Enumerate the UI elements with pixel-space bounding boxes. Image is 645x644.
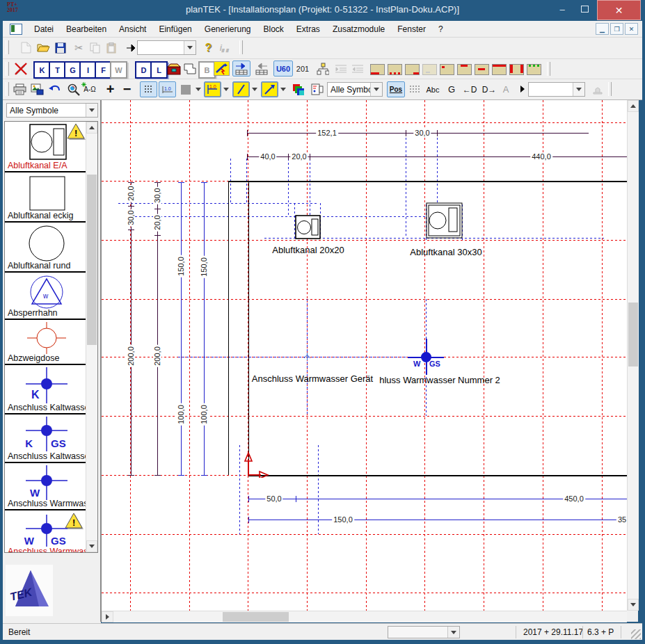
layers-button[interactable] bbox=[290, 81, 306, 97]
close-button[interactable]: ✕ bbox=[597, 0, 641, 20]
canvas-vertical-scrollbar[interactable] bbox=[627, 100, 639, 611]
contour-button[interactable] bbox=[182, 61, 198, 77]
app-icon[interactable]: PT+ 2017 bbox=[7, 2, 25, 19]
flow-arrow-button[interactable] bbox=[515, 81, 526, 97]
list-item-abluftkanal-rund[interactable]: Abluftkanal rund bbox=[5, 224, 86, 273]
zoom-in-button[interactable]: + bbox=[102, 81, 118, 97]
canvas-insert-marker[interactable] bbox=[303, 352, 312, 361]
list-item-anschluss-kaltwasser-g[interactable]: K GS Anschluss Kaltwasser G bbox=[5, 416, 86, 463]
table-in-button[interactable] bbox=[232, 61, 250, 77]
zoom-button[interactable] bbox=[65, 81, 81, 97]
toolbar-grip[interactable] bbox=[6, 82, 9, 96]
run-arrow-button[interactable] bbox=[122, 40, 138, 56]
catalog-button[interactable] bbox=[166, 61, 182, 77]
canvas-hscroll-thumb[interactable] bbox=[223, 612, 289, 622]
delete-symbol-button[interactable] bbox=[13, 61, 29, 77]
copy-button[interactable] bbox=[87, 40, 103, 56]
dim-pos-left-tall-icon[interactable] bbox=[509, 64, 524, 75]
status-combobox-dropdown[interactable] bbox=[447, 627, 459, 638]
a-button[interactable]: A bbox=[500, 81, 512, 97]
mdi-document-icon[interactable] bbox=[10, 24, 22, 35]
status-combobox[interactable] bbox=[388, 626, 460, 638]
list-item-abzweigdose[interactable]: Abzweigdose bbox=[5, 321, 86, 365]
list-item-absperrhahn[interactable]: w Absperrhahn bbox=[5, 274, 86, 320]
symbol-filter-dropdown[interactable] bbox=[86, 104, 97, 117]
symbol-filter-combobox[interactable]: Alle Symbole bbox=[6, 103, 98, 118]
d-in-button[interactable]: ←D bbox=[461, 81, 479, 97]
canvas-vscroll-thumb[interactable] bbox=[628, 303, 638, 367]
menu-bearbeiten[interactable]: Bearbeiten bbox=[60, 22, 113, 36]
resize-grip[interactable] bbox=[631, 629, 641, 639]
mdi-close-button[interactable]: ✕ bbox=[625, 23, 638, 35]
standard-combobox[interactable] bbox=[137, 40, 196, 55]
cut-button[interactable]: ✂ bbox=[71, 40, 87, 56]
drawing-canvas[interactable]: 152,1 30,0 40,0 20,0 440,0 20,0 30,0 200… bbox=[102, 100, 627, 611]
outdent-button[interactable] bbox=[350, 61, 366, 77]
g-button[interactable]: G bbox=[445, 81, 458, 97]
list-item-abluftkanal-ea[interactable]: ! Abluftkanal E/A bbox=[5, 122, 86, 172]
info-button[interactable]: i▖▖ bbox=[217, 40, 233, 56]
dim-pos-points-icon[interactable] bbox=[527, 64, 541, 75]
dim-pos-top-icon[interactable] bbox=[457, 64, 472, 75]
indent-in-button[interactable] bbox=[333, 61, 349, 77]
list-item-anschluss-warmwasser[interactable]: W Anschluss Warmwasser bbox=[5, 465, 86, 510]
dim-pos-middle-icon[interactable] bbox=[475, 64, 489, 75]
u60-button[interactable]: U60 bbox=[273, 61, 293, 77]
export-image-button[interactable] bbox=[29, 81, 45, 97]
arrow-tool-button[interactable] bbox=[261, 81, 278, 97]
rename-aomega-button[interactable]: A-Ω bbox=[81, 81, 99, 97]
title-bar[interactable]: PT+ 2017 planTEK - [Installationsplan (P… bbox=[0, 0, 645, 21]
maximize-button[interactable] bbox=[574, 1, 595, 17]
dim-pos-right-icon[interactable] bbox=[405, 64, 420, 75]
view-combobox[interactable] bbox=[528, 82, 585, 97]
menu-zusatzmodule[interactable]: Zusatzmodule bbox=[326, 22, 391, 36]
zoom-out-button[interactable]: − bbox=[119, 81, 135, 97]
module-w-button[interactable]: W bbox=[110, 61, 127, 79]
new-file-button[interactable] bbox=[18, 40, 34, 56]
print-button[interactable] bbox=[12, 81, 28, 97]
plan-window-button[interactable] bbox=[309, 81, 325, 97]
toolbar-grip[interactable] bbox=[6, 62, 9, 76]
scrollbar-thumb[interactable] bbox=[87, 175, 97, 345]
scroll-up-button[interactable] bbox=[86, 122, 97, 134]
dim-pos-small-icon[interactable] bbox=[440, 64, 454, 75]
color-swatch-dropdown[interactable] bbox=[193, 81, 202, 97]
line-tool-button[interactable] bbox=[232, 81, 250, 97]
abc-text-button[interactable]: Abc bbox=[424, 81, 442, 97]
flash-tool-button[interactable] bbox=[214, 61, 230, 77]
arrow-tool-dropdown[interactable] bbox=[278, 81, 287, 97]
menu-extras[interactable]: Extras bbox=[290, 22, 326, 36]
list-item-abluftkanal-eckig[interactable]: Abluftkanal eckig bbox=[5, 174, 86, 223]
menu-fenster[interactable]: Fenster bbox=[391, 22, 432, 36]
dim-pos-none-icon[interactable] bbox=[422, 64, 437, 75]
dim-style-dropdown[interactable] bbox=[221, 81, 230, 97]
minimize-button[interactable]: – bbox=[552, 1, 573, 17]
symbols-filter-dropdown[interactable] bbox=[370, 83, 382, 96]
hatch-button[interactable] bbox=[407, 81, 423, 97]
menu-hilfe[interactable]: ? bbox=[432, 22, 449, 36]
standard-combobox-dropdown[interactable] bbox=[184, 41, 196, 54]
help-button[interactable]: ? bbox=[200, 40, 216, 56]
dimension-toggle-button[interactable]: 1.0 bbox=[159, 81, 176, 97]
pos-button[interactable]: Pos bbox=[387, 81, 405, 97]
canvas-symbol-abluftkanal-30x30[interactable] bbox=[426, 202, 463, 240]
dim-pos-bottom-dotted-icon[interactable] bbox=[388, 64, 402, 75]
dim-pos-top-wide-icon[interactable] bbox=[492, 64, 507, 75]
mdi-restore-button[interactable]: ❒ bbox=[610, 23, 623, 35]
menu-datei[interactable]: Datei bbox=[28, 22, 60, 36]
table-out-button[interactable] bbox=[253, 61, 271, 77]
stamp-button[interactable] bbox=[590, 81, 606, 97]
menu-block[interactable]: Block bbox=[257, 22, 290, 36]
toolbar-grip[interactable] bbox=[6, 40, 9, 54]
menu-einfuegen[interactable]: Einfügen bbox=[152, 22, 198, 36]
list-item-anschluss-kaltwasser[interactable]: K Anschluss Kaltwasser bbox=[5, 367, 86, 414]
symbol-list[interactable]: ! Abluftkanal E/A Abluftkanal eckig Ablu… bbox=[4, 121, 98, 553]
symbol-list-scrollbar[interactable] bbox=[86, 122, 97, 552]
symbols-filter-combobox[interactable]: Alle Symbole bbox=[327, 82, 383, 97]
code-201-button[interactable]: 201 bbox=[294, 61, 312, 77]
d-out-button[interactable]: D→ bbox=[480, 81, 498, 97]
canvas-scroll-up[interactable] bbox=[628, 100, 639, 112]
list-item-anschluss-warmwasser-2[interactable]: ! W GS Anschluss Warmwasser bbox=[5, 512, 86, 553]
paste-button[interactable] bbox=[103, 40, 119, 56]
menu-ansicht[interactable]: Ansicht bbox=[113, 22, 152, 36]
